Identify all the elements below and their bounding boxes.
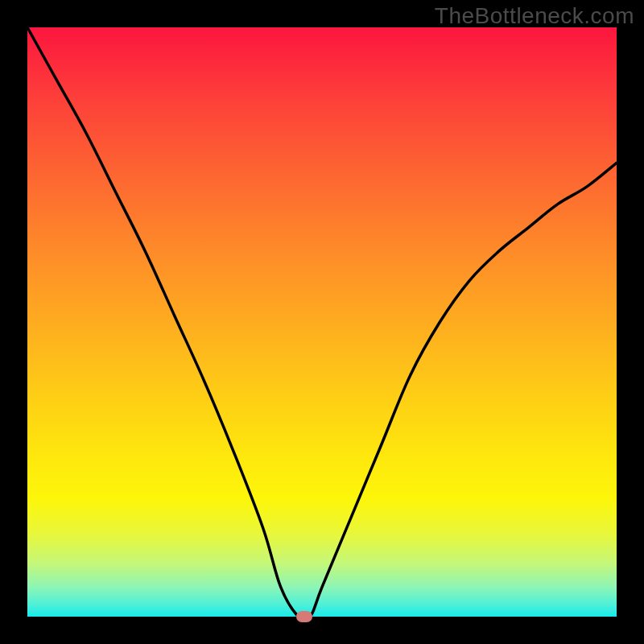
plot-area (27, 27, 617, 617)
chart-frame: TheBottleneck.com (0, 0, 644, 644)
watermark-text: TheBottleneck.com (435, 3, 634, 29)
minimum-marker (296, 611, 312, 622)
bottleneck-curve (27, 27, 617, 617)
